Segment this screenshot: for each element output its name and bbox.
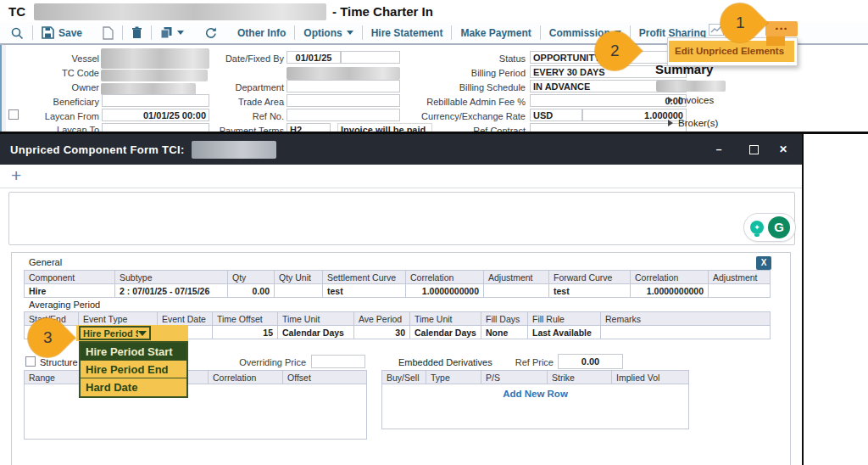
- summary-value-redacted: [656, 81, 726, 92]
- minimize-button[interactable]: –: [712, 143, 726, 155]
- option-hard-date[interactable]: Hard Date: [81, 378, 186, 396]
- range-empty-row: [25, 384, 367, 440]
- remarks-textarea[interactable]: [8, 192, 795, 245]
- range-header-row: Range Correlation Offset: [25, 371, 367, 384]
- modal-titlebar[interactable]: Unpriced Component Form TCI: – ✕: [0, 134, 802, 165]
- summary-invoices-link[interactable]: Invoices: [668, 95, 714, 105]
- chevron-down-icon: [177, 31, 184, 35]
- general-header-row: Component Subtype Qty Qty Unit Settlemen…: [25, 271, 771, 284]
- cell-correlation-2[interactable]: 1.0000000000: [631, 284, 709, 298]
- col-correlation-1: Correlation: [406, 271, 484, 284]
- redacted-contract-id: [34, 3, 326, 20]
- trade-area-field[interactable]: [287, 94, 400, 107]
- other-info-button[interactable]: Other Info: [237, 27, 286, 39]
- department-field[interactable]: [287, 80, 400, 92]
- cell-remarks[interactable]: [601, 326, 771, 339]
- laycan-checkbox[interactable]: [8, 109, 19, 120]
- ref-price-label: Ref Price: [504, 357, 554, 367]
- col-time-offset: Time Offset: [213, 312, 278, 326]
- ref-no-field[interactable]: [287, 109, 400, 121]
- cell-component[interactable]: Hire: [25, 284, 115, 298]
- structure-checkbox[interactable]: [25, 356, 36, 367]
- menu-highlight-notch: [766, 36, 785, 46]
- summary-brokers-link[interactable]: Broker(s): [668, 118, 718, 128]
- window-title-suffix: - Time Charter In: [332, 4, 433, 19]
- toolbar-separator: [151, 25, 152, 40]
- maximize-button[interactable]: [749, 145, 759, 154]
- cell-ave-period[interactable]: 30: [354, 326, 410, 339]
- more-actions-button[interactable]: ...: [765, 21, 798, 36]
- cell-settlement-curve[interactable]: test: [323, 284, 406, 298]
- fixed-by-field[interactable]: [341, 51, 400, 64]
- make-payment-label: Make Payment: [460, 27, 531, 39]
- make-payment-button[interactable]: Make Payment: [460, 27, 531, 39]
- status-label: Status: [403, 53, 526, 64]
- lightbulb-icon[interactable]: ✦: [750, 221, 764, 234]
- col-offset: Offset: [283, 371, 367, 384]
- option-hire-period-end[interactable]: Hire Period End: [81, 361, 186, 378]
- cell-time-unit-1[interactable]: Calendar Days: [278, 326, 354, 339]
- save-icon: [42, 26, 54, 39]
- owner-label: Owner: [6, 82, 99, 92]
- general-section-label: General: [29, 257, 62, 267]
- structure-label: Structure: [40, 357, 78, 367]
- section-close-button[interactable]: X: [756, 256, 771, 270]
- col-strike: Strike: [548, 371, 612, 384]
- tc-code-value-redacted[interactable]: [101, 70, 208, 81]
- refresh-icon[interactable]: [204, 26, 217, 39]
- cell-subtype[interactable]: 2 : 07/01/25 - 07/15/26: [115, 284, 228, 298]
- cell-qty[interactable]: 0.00: [228, 284, 275, 298]
- triangle-right-icon: [668, 120, 673, 126]
- embedded-derivatives-label: Embedded Derivatives: [398, 357, 492, 367]
- ref-price-input[interactable]: 0.00: [558, 354, 623, 369]
- delete-icon[interactable]: [131, 26, 142, 39]
- cell-time-offset[interactable]: 15: [213, 326, 278, 339]
- col-settlement-curve: Settlement Curve: [323, 271, 406, 284]
- date-field[interactable]: 01/01/25: [287, 51, 341, 64]
- event-type-select[interactable]: Hire Period Sta: [79, 326, 151, 340]
- add-component-button[interactable]: +: [11, 165, 21, 186]
- cell-fill-days[interactable]: None: [481, 326, 528, 339]
- new-document-icon[interactable]: [103, 26, 114, 40]
- fixed-by-value-redacted[interactable]: [287, 67, 400, 80]
- range-table: Range Correlation Offset: [24, 370, 367, 440]
- col-forward-curve: Forward Curve: [549, 271, 631, 284]
- vessel-label: Vessel: [6, 53, 99, 64]
- add-new-row-link[interactable]: Add New Row: [503, 389, 568, 399]
- options-menu-button[interactable]: Options: [303, 27, 353, 39]
- general-table: Component Subtype Qty Qty Unit Settlemen…: [24, 270, 771, 298]
- cell-qty-unit[interactable]: [275, 284, 323, 298]
- app-root: TC - Time Charter In Save: [0, 0, 868, 465]
- brokers-label: Broker(s): [678, 118, 718, 128]
- col-ps: P/S: [481, 371, 548, 384]
- col-fill-days: Fill Days: [481, 312, 528, 326]
- range-table-body[interactable]: [25, 384, 367, 440]
- copy-button[interactable]: [160, 26, 184, 39]
- search-icon[interactable]: [10, 26, 24, 40]
- col-ave-period: Ave Period: [354, 312, 410, 326]
- trade-area-label: Trade Area: [191, 97, 284, 107]
- option-hire-period-start[interactable]: Hire Period Start: [81, 343, 186, 361]
- hire-statement-button[interactable]: Hire Statement: [371, 27, 443, 39]
- overriding-price-input[interactable]: [311, 355, 365, 368]
- cell-time-unit-2[interactable]: Calendar Days: [410, 326, 481, 339]
- grammarly-widget: ✦ G: [743, 213, 796, 242]
- close-button[interactable]: ✕: [776, 143, 790, 155]
- window-title: TC: [8, 4, 25, 19]
- chevron-down-icon: [138, 331, 147, 336]
- cell-adjustment-1[interactable]: [484, 284, 549, 298]
- toolbar-separator: [32, 25, 33, 40]
- cell-correlation-1[interactable]: 1.0000000000: [406, 284, 484, 298]
- tc-code-label: TC Code: [6, 68, 99, 78]
- rebillable-fee-field[interactable]: 0.00: [530, 94, 687, 107]
- grammarly-g-icon[interactable]: G: [768, 216, 790, 238]
- currency-field[interactable]: USD: [530, 109, 582, 121]
- col-adjustment-1: Adjustment: [484, 271, 549, 284]
- toolbar-separator: [294, 25, 295, 40]
- toolbar-separator: [362, 25, 363, 40]
- cell-forward-curve[interactable]: test: [549, 284, 631, 298]
- owner-value-redacted[interactable]: [101, 83, 196, 95]
- cell-fill-rule[interactable]: Last Available: [528, 326, 601, 339]
- save-button[interactable]: Save: [42, 26, 82, 39]
- cell-adjustment-2[interactable]: [709, 284, 771, 298]
